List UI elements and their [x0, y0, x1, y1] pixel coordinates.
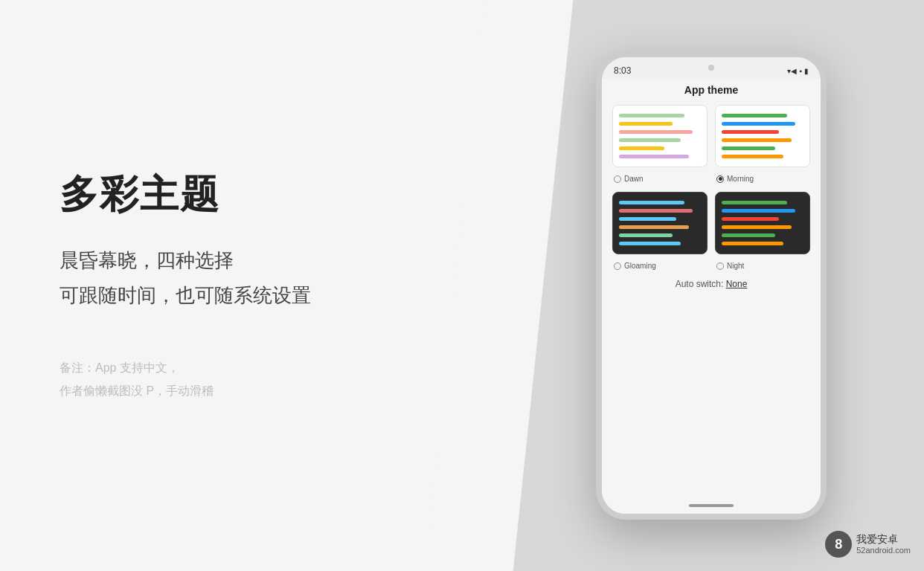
night-bar-4: [722, 225, 792, 229]
note-text: 备注：App 支持中文， 作者偷懒截图没 P，手动滑稽: [60, 357, 439, 402]
dawn-bar-1: [619, 114, 684, 117]
night-bar-6: [722, 242, 783, 245]
night-bar-1: [722, 201, 787, 204]
night-label-cell: Night: [715, 262, 810, 270]
subtitle-line1: 晨昏幕晓，四种选择: [60, 243, 439, 278]
watermark-line1: 我爱安卓: [856, 533, 911, 546]
theme-card-gloaming[interactable]: [612, 192, 708, 254]
subtitle: 晨昏幕晓，四种选择 可跟随时间，也可随系统设置: [60, 243, 439, 313]
theme-card-night[interactable]: [715, 192, 810, 254]
wifi-icon: ▾◀: [787, 67, 797, 75]
dawn-bar-3: [619, 130, 693, 134]
theme-grid: [612, 105, 810, 167]
gloaming-label-cell: Gloaming: [612, 262, 708, 270]
morning-radio[interactable]: [716, 175, 724, 183]
gloaming-bar-3: [619, 217, 676, 221]
morning-bar-6: [722, 155, 783, 158]
auto-switch-value[interactable]: None: [726, 279, 748, 289]
phone-camera: [708, 65, 714, 71]
phone-content: App theme: [602, 78, 821, 497]
morning-label-cell: Morning: [715, 175, 810, 183]
dawn-label-cell: Dawn: [612, 175, 708, 183]
night-label: Night: [727, 262, 744, 270]
top-labels-row: Dawn Morning: [612, 175, 810, 183]
signal-icon: ▪: [799, 67, 802, 75]
auto-switch-label: Auto switch:: [676, 279, 724, 289]
app-theme-title: App theme: [612, 84, 810, 96]
gloaming-bar-2: [619, 209, 693, 213]
gloaming-bar-6: [619, 242, 681, 245]
note-line2: 作者偷懒截图没 P，手动滑稽: [60, 380, 439, 402]
dawn-bar-6: [619, 155, 689, 158]
gloaming-radio[interactable]: [614, 262, 621, 270]
subtitle-line2: 可跟随时间，也可随系统设置: [60, 278, 439, 313]
dawn-bar-2: [619, 122, 673, 126]
night-bar-3: [722, 217, 779, 221]
dawn-bar-4: [619, 138, 681, 142]
morning-bar-3: [722, 130, 779, 134]
gloaming-bar-1: [619, 201, 684, 204]
dark-theme-grid: [612, 192, 810, 254]
dawn-label: Dawn: [624, 175, 644, 183]
theme-card-dawn[interactable]: [612, 105, 708, 167]
dawn-bar-5: [619, 146, 664, 150]
auto-switch: Auto switch: None: [612, 279, 810, 289]
home-bar: [689, 504, 734, 507]
phone-home-indicator: [602, 497, 821, 514]
morning-bar-4: [722, 138, 792, 142]
phone-time: 8:03: [614, 65, 631, 76]
morning-bar-5: [722, 146, 775, 150]
night-bar-5: [722, 233, 775, 237]
watermark: 8 我爱安卓 52android.com: [825, 531, 911, 558]
gloaming-bar-4: [619, 225, 689, 229]
battery-icon: ▮: [804, 67, 809, 75]
watermark-text: 我爱安卓 52android.com: [856, 533, 911, 555]
phone-mockup: 8:03 ▾◀ ▪ ▮ App theme: [596, 51, 827, 520]
morning-label: Morning: [727, 175, 754, 183]
bottom-labels-row: Gloaming Night: [612, 262, 810, 270]
dawn-radio[interactable]: [614, 175, 621, 183]
left-panel: 多彩主题 晨昏幕晓，四种选择 可跟随时间，也可随系统设置 备注：App 支持中文…: [0, 0, 498, 571]
gloaming-label: Gloaming: [624, 262, 656, 270]
watermark-icon: 8: [825, 531, 852, 558]
main-title: 多彩主题: [60, 169, 439, 221]
morning-bar-2: [722, 122, 795, 126]
gloaming-bar-5: [619, 233, 673, 237]
phone-status-icons: ▾◀ ▪ ▮: [787, 67, 809, 75]
night-bar-2: [722, 209, 795, 213]
morning-bar-1: [722, 114, 787, 117]
night-radio[interactable]: [716, 262, 724, 270]
watermark-line2: 52android.com: [856, 546, 911, 555]
theme-card-morning[interactable]: [715, 105, 810, 167]
note-line1: 备注：App 支持中文，: [60, 357, 439, 379]
